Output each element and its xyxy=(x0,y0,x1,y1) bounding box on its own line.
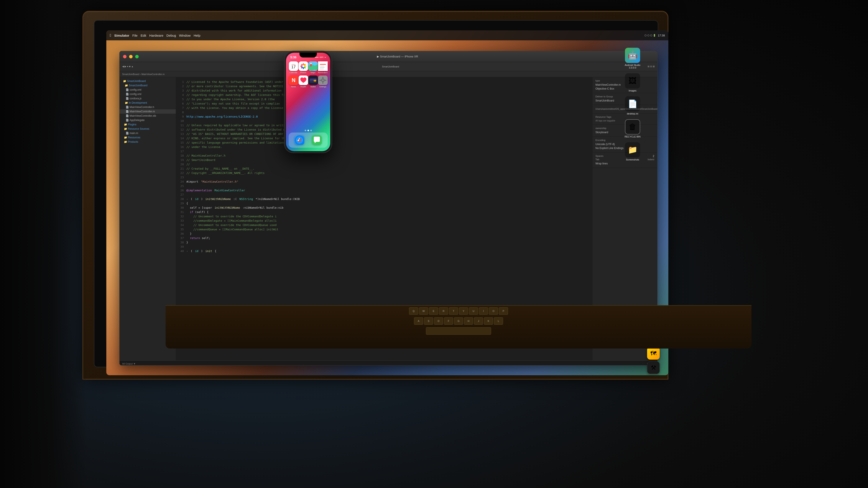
app-news[interactable]: N News xyxy=(289,75,299,88)
svg-point-30 xyxy=(322,79,324,81)
app-settings[interactable]: Settings xyxy=(318,75,328,88)
desktop-android-studio[interactable]: 🤖 Android Studio 3.3.0.0 xyxy=(623,48,642,69)
dock-safari[interactable] xyxy=(295,135,304,145)
key-i[interactable]: I xyxy=(479,307,488,315)
key-o[interactable]: O xyxy=(489,307,498,315)
dock-messages[interactable] xyxy=(312,135,321,145)
desktop-recycle-bin[interactable]: 🗑 RECYCLE BIN xyxy=(623,119,642,138)
toolbar-controls: ◀ ▶ ● ■ ▲ xyxy=(122,65,133,68)
iphone-simulator: 5:36 ●●● WiFi ▪▪ ▪▪▪▪▪▪▪ xyxy=(284,51,332,153)
menubar-icons: ⬡ ⬡ ⬡ 🔋 xyxy=(645,34,656,37)
desktop-recycle-bin-icon: 🗑 xyxy=(625,119,640,134)
nav-smartjoinboard[interactable]: 📁 SmartJoinBoard xyxy=(120,79,176,83)
debug-toolbar[interactable]: All Output ▼ ⊟ Filter xyxy=(122,362,655,365)
menubar-simulator[interactable]: Simulator xyxy=(114,34,129,37)
menubar-help[interactable]: Help xyxy=(193,34,200,37)
app-calendar[interactable]: ▪▪▪▪▪▪▪ 17 Calendar xyxy=(289,61,299,74)
nav-mainviewcontroller-xib[interactable]: 📄 MainViewController.xib xyxy=(120,113,176,118)
menubar-time: 17:38 xyxy=(658,34,665,37)
nav-resource-sources[interactable]: 📁 Resource Sources xyxy=(120,127,176,131)
app-wallet[interactable]: Wallet xyxy=(308,75,318,88)
key-a[interactable]: A xyxy=(414,317,423,325)
key-d[interactable]: D xyxy=(434,317,443,325)
key-h[interactable]: H xyxy=(464,317,473,325)
key-f[interactable]: F xyxy=(444,317,453,325)
nav-config-xml2[interactable]: 📄 config.xml xyxy=(120,92,176,96)
key-g[interactable]: G xyxy=(454,317,463,325)
xcode-toolbar[interactable]: ◀ ▶ ● ■ ▲ SmartJoinBoard ⊞ ⊟ ⊠ xyxy=(120,62,657,71)
key-y[interactable]: Y xyxy=(459,307,468,315)
nav-main-m[interactable]: 📄 main.m xyxy=(120,131,176,135)
dock-icon-xcode[interactable]: ⚒ xyxy=(647,361,660,374)
desktop-images[interactable]: 🖼 Images xyxy=(623,73,642,92)
key-spacebar[interactable] xyxy=(426,327,491,335)
nav-in-development[interactable]: 📁 In Development xyxy=(120,101,176,105)
nav-smartjoinboard2[interactable]: 📁 SmartJoinBoard xyxy=(120,83,176,88)
nav-products[interactable]: 📁 Products xyxy=(120,140,176,144)
key-t[interactable]: T xyxy=(449,307,458,315)
app-maps[interactable]: Maps xyxy=(308,61,318,74)
iphone-page-dots xyxy=(286,130,330,131)
app-health[interactable]: Health xyxy=(299,75,308,88)
key-w[interactable]: W xyxy=(419,307,428,315)
app-photos[interactable]: Photos xyxy=(299,61,308,74)
debug-filter-left[interactable]: All Output ▼ xyxy=(122,362,135,365)
nav-appdelegate[interactable]: 📄 AppDelegate xyxy=(120,118,176,122)
inspector-wrap-lines[interactable]: Wrap lines xyxy=(595,162,654,165)
svg-point-9 xyxy=(300,65,303,67)
app-photos-icon xyxy=(299,61,308,71)
svg-point-7 xyxy=(303,67,304,69)
app-row-1: ▪▪▪▪▪▪▪ 17 Calendar xyxy=(289,61,328,74)
nav-mainviewcontroller-m[interactable]: 📄 MainViewController.m xyxy=(120,109,176,113)
svg-rect-33 xyxy=(319,80,321,81)
key-r[interactable]: R xyxy=(439,307,448,315)
key-j[interactable]: J xyxy=(474,317,483,325)
window-close-button[interactable] xyxy=(123,55,126,58)
desktop-screenshots[interactable]: 📁 Screenshots xyxy=(623,142,642,161)
svg-point-3 xyxy=(303,63,304,65)
xcode-title-area: ▶ SmartJoinBoard — iPhone XR xyxy=(141,55,654,58)
nav-mainviewcontroller-h[interactable]: 📄 MainViewController.h xyxy=(120,105,176,109)
iphone-dock xyxy=(289,132,328,148)
svg-rect-18 xyxy=(320,69,324,69)
window-minimize-button[interactable] xyxy=(129,55,132,58)
desktop-desktop-ini-icon: 📄 xyxy=(625,96,640,111)
key-s[interactable]: S xyxy=(424,317,433,325)
iphone-screen[interactable]: 5:36 ●●● WiFi ▪▪ ▪▪▪▪▪▪▪ xyxy=(286,53,330,151)
app-settings-label: Settings xyxy=(319,86,327,88)
dock-icon-maps[interactable]: 🗺 xyxy=(647,347,660,360)
app-reminders-label: Reminders xyxy=(318,72,328,74)
key-k[interactable]: K xyxy=(484,317,493,325)
key-e[interactable]: E xyxy=(429,307,438,315)
inspector-tab-label: Tab xyxy=(595,158,599,161)
menubar-file[interactable]: File xyxy=(132,34,137,37)
inspector-spaces-value[interactable]: 2 xyxy=(653,155,654,158)
nav-cordova-js[interactable]: 📄 cordova.js xyxy=(120,96,176,101)
app-reminders[interactable]: Reminders xyxy=(318,61,328,74)
key-u[interactable]: U xyxy=(469,307,478,315)
keyboard-row-spacebar xyxy=(165,326,751,335)
svg-point-5 xyxy=(304,65,306,67)
code-content-area: 1// Licensed to the Apache Software Foun… xyxy=(176,77,592,256)
apple-menu[interactable]:  xyxy=(110,33,111,38)
menubar-hardware[interactable]: Hardware xyxy=(149,34,163,37)
app-calendar-icon: ▪▪▪▪▪▪▪ 17 xyxy=(289,61,299,71)
iphone-app-grid: ▪▪▪▪▪▪▪ 17 Calendar xyxy=(289,61,328,90)
key-l[interactable]: L xyxy=(494,317,503,325)
app-calendar-label: Calendar xyxy=(289,72,298,74)
nav-config-xml[interactable]: 📄 config.xml xyxy=(120,88,176,92)
nav-plugins[interactable]: 📁 Plugins xyxy=(120,122,176,127)
svg-rect-32 xyxy=(322,82,323,84)
menubar-debug[interactable]: Debug xyxy=(166,34,176,37)
menubar-edit[interactable]: Edit xyxy=(141,34,146,37)
svg-text:N: N xyxy=(292,77,295,83)
desktop-desktop-ini[interactable]: 📄 desktop.ini xyxy=(623,96,642,115)
nav-resources[interactable]: 📁 Resources xyxy=(120,135,176,140)
app-photos-label: Photos xyxy=(300,72,306,74)
key-q[interactable]: Q xyxy=(409,307,418,315)
window-maximize-button[interactable] xyxy=(135,55,139,58)
svg-rect-34 xyxy=(324,80,327,81)
key-p[interactable]: P xyxy=(499,307,508,315)
laptop-keyboard[interactable]: Q W E R T Y U I O P A S D F G H J K L xyxy=(165,305,751,349)
menubar-window[interactable]: Window xyxy=(179,34,190,37)
